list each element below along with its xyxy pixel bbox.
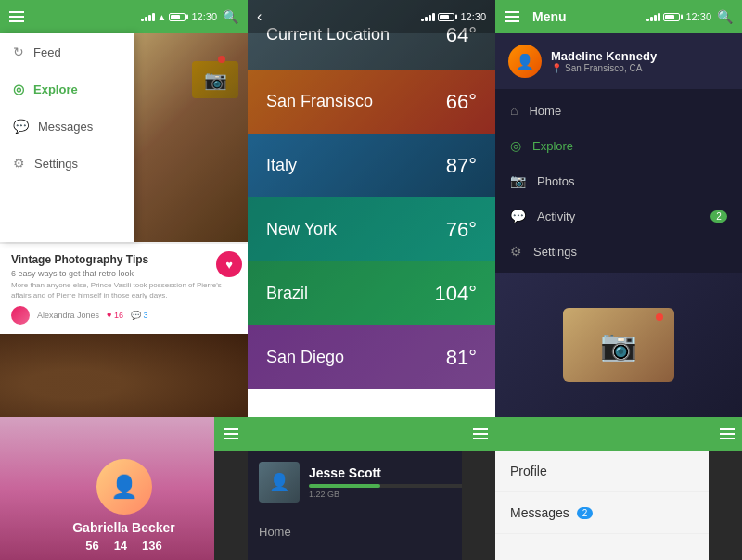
sidebar-label-settings: Settings (34, 157, 78, 171)
user-card-area: 👤 Jesse Scott 1.22 GB 3 GB (248, 451, 495, 514)
search-icon[interactable]: 🔍 (223, 9, 238, 24)
time-display-2: 12:30 (460, 11, 486, 22)
status-icons-3 (646, 13, 680, 21)
explore-icon: ◎ (13, 82, 24, 96)
search-icon-3[interactable]: 🔍 (717, 9, 733, 24)
settings-icon: ⚙ (13, 156, 25, 171)
feed-post-area: Vintage Photography Tips 6 easy ways to … (0, 242, 248, 417)
stat-2: 14 (114, 539, 127, 553)
dark-menu-home[interactable]: ⌂ Home (495, 93, 742, 128)
topbar-left-3: Menu (505, 9, 567, 24)
weather-item-sf[interactable]: San Fransisco 66° (248, 70, 495, 134)
storage-bar-container: 1.22 GB 3 GB (309, 484, 484, 499)
stat-1: 56 (85, 539, 98, 553)
user-profile-bar: 👤 Madeline Kennedy 📍 San Fransisco, CA (495, 33, 742, 89)
notification-dot (218, 56, 225, 63)
back-button[interactable]: ‹ (257, 8, 262, 25)
dark-menu-label-settings: Settings (533, 245, 577, 259)
dark-menu-settings[interactable]: ⚙ Settings (495, 234, 742, 269)
hamburger-icon[interactable] (9, 11, 24, 22)
location-ny: New York (266, 220, 337, 239)
temp-italy: 87° (446, 154, 477, 178)
screen-jesse: 👤 Jesse Scott 1.22 GB 3 GB Home (248, 417, 495, 560)
storage-labels: 1.22 GB 3 GB (309, 490, 484, 499)
nav-label: Home (248, 514, 495, 550)
user-location: 📍 San Fransisco, CA (551, 63, 657, 73)
topbar-6 (495, 417, 742, 451)
dark-menu-label-photos: Photos (537, 174, 574, 188)
camera-dot (656, 313, 663, 321)
sidebar-panel: ↻ Feed ◎ Explore 💬 Messages ⚙ Settings (0, 33, 134, 242)
weather-item-sandiego[interactable]: San Diego 81° (248, 325, 495, 389)
background-image: 📷 (134, 33, 248, 242)
messages-badge: 2 (577, 507, 594, 519)
screen-profile: 👤 Gabriella Becker 56 14 136 (0, 417, 248, 560)
topbar-1: ▲ 12:30 🔍 (0, 0, 248, 33)
menu-title: Menu (532, 9, 567, 24)
menu-item-profile[interactable]: Profile (495, 451, 742, 492)
hamburger-icon-4[interactable] (224, 428, 238, 439)
user-card-info: Jesse Scott 1.22 GB 3 GB (309, 465, 484, 499)
author-name: Alexandra Jones (37, 311, 99, 320)
home-icon: ⌂ (510, 103, 518, 118)
sidebar-overlay: ↻ Feed ◎ Explore 💬 Messages ⚙ Settings 📷 (0, 33, 248, 242)
likes-count: ♥ 16 (107, 311, 123, 320)
activity-icon: 💬 (510, 209, 526, 223)
sidebar-item-feed[interactable]: ↻ Feed (0, 33, 134, 70)
signal-icon-2 (421, 13, 435, 21)
weather-item-ny[interactable]: New York 76° (248, 197, 495, 261)
stat-1-num: 56 (85, 539, 98, 553)
battery-icon-2 (438, 13, 454, 21)
hamburger-icon-3[interactable] (505, 11, 519, 22)
location-sandiego: San Diego (266, 348, 344, 367)
topbar-5 (248, 417, 495, 451)
home-nav[interactable]: Home (259, 525, 291, 539)
user-card-avatar: 👤 (259, 462, 300, 503)
photo-area: 📷 (495, 273, 742, 417)
weather-item-italy[interactable]: Italy 87° (248, 134, 495, 197)
temp-sandiego: 81° (446, 346, 477, 370)
dark-menu-photos[interactable]: 📷 Photos (495, 163, 742, 198)
topbar-2: ‹ 12:30 (248, 0, 495, 33)
post-subtitle: 6 easy ways to get that retro look (11, 269, 237, 278)
topbar-left-1 (9, 11, 24, 22)
side-panel-6 (709, 451, 742, 560)
like-button[interactable]: ♥ (216, 251, 242, 277)
storage-bar-bg (309, 484, 484, 488)
post-title: Vintage Photography Tips (11, 253, 237, 266)
activity-badge: 2 (710, 210, 727, 223)
status-icons-1: ▲ (141, 12, 186, 22)
messages-label: Messages (510, 505, 569, 520)
topbar-left-2: ‹ (257, 8, 262, 25)
sidebar-item-messages[interactable]: 💬 Messages (0, 108, 134, 145)
post-footer: Alexandra Jones ♥ 16 💬 3 (11, 306, 237, 325)
coffee-image (0, 334, 248, 417)
location-pin-icon: 📍 (551, 63, 562, 73)
hamburger-icon-6[interactable] (720, 428, 735, 439)
hamburger-icon-5[interactable] (473, 428, 488, 439)
screen-profile-menu: Profile Messages 2 (495, 417, 742, 560)
sidebar-item-settings[interactable]: ⚙ Settings (0, 145, 134, 182)
dark-menu-label-explore: Explore (532, 139, 573, 153)
sidebar-item-explore[interactable]: ◎ Explore (0, 70, 134, 108)
comments-count: 💬 3 (131, 311, 148, 320)
weather-list: Current Location 64° San Fransisco 66° I… (248, 0, 495, 417)
battery-icon (169, 13, 186, 21)
dark-menu-explore[interactable]: ◎ Explore (495, 128, 742, 163)
user-avatar: 👤 (508, 45, 542, 78)
profile-label: Profile (510, 464, 547, 478)
dark-menu-list: ⌂ Home ◎ Explore 📷 Photos 💬 Activity 2 ⚙… (495, 89, 742, 273)
profile-photo-area: 👤 Gabriella Becker 56 14 136 (0, 417, 248, 560)
feed-post: Vintage Photography Tips 6 easy ways to … (0, 243, 248, 334)
menu-item-messages[interactable]: Messages 2 (495, 492, 742, 534)
camera-photo: 📷 (495, 273, 742, 417)
user-info: Madeline Kennedy 📍 San Fransisco, CA (551, 49, 657, 73)
profile-name: Gabriella Becker (72, 520, 175, 535)
dark-menu-label-activity: Activity (537, 210, 575, 223)
messages-icon: 💬 (13, 119, 29, 134)
weather-item-brazil[interactable]: Brazil 104° (248, 261, 495, 325)
dark-menu-activity[interactable]: 💬 Activity 2 (495, 198, 742, 234)
stat-2-num: 14 (114, 539, 127, 553)
menu-toggle-4[interactable] (214, 417, 248, 451)
time-display-3: 12:30 (685, 11, 711, 22)
